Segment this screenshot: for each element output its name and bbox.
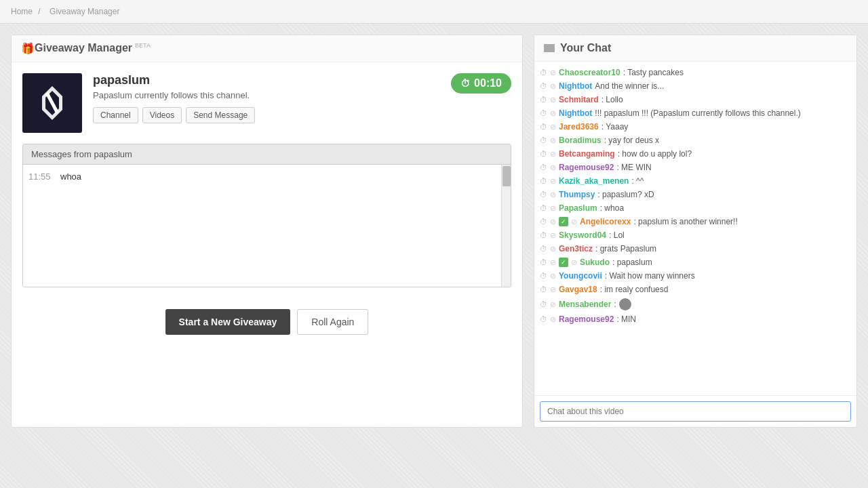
ban-icon: ⊘ [550,123,556,131]
chat-header: Your Chat [534,35,856,62]
chat-username[interactable]: Kazik_aka_menen [559,176,629,186]
ban-icon2: ⊘ [571,218,577,226]
ban-icon: ⊘ [550,82,556,91]
ban-icon: ⊘ [550,245,556,253]
chat-username[interactable]: Jared3636 [559,122,599,131]
ban-icon: ⊘ [550,258,556,267]
scrollbar[interactable] [501,165,511,287]
message-time: 11:55 [28,171,52,182]
chat-row: ⏱⊘Nightbot !!! papaslum !!! (Papaslum cu… [540,106,851,120]
chat-body: ⏱⊘Chaoscreator10: Tasty pancakes⏱⊘Nightb… [534,62,856,395]
chat-username[interactable]: Sukudo [580,258,610,267]
chat-username[interactable]: Papaslum [559,203,597,213]
chat-username[interactable]: Angelicorexx [580,217,631,226]
clock-icon: ⏱ [540,150,547,158]
chat-row: ⏱⊘Boradimus: yay for deus x [540,134,851,147]
chat-username[interactable]: Skysword04 [559,230,606,240]
ban-icon: ⊘ [550,231,556,240]
clock-icon: ⏱ [540,190,547,199]
chat-username[interactable]: Chaoscreator10 [559,68,620,77]
chat-input[interactable] [540,401,851,422]
messages-body[interactable]: 11:55 whoa [23,165,511,287]
chat-username[interactable]: Youngcovii [559,271,602,281]
gift-icon: 🎁 [21,42,35,55]
chat-username[interactable]: Ragemouse92 [559,314,614,324]
ban-icon: ⊘ [550,300,556,309]
chat-message: : papslum is another winner!! [633,217,737,226]
ban-icon: ⊘ [550,150,556,159]
chat-row: ⏱⊘Betcangaming: how do u apply lol? [540,147,851,161]
ban-icon2: ⊘ [571,258,577,267]
chat-row: ⏱⊘Papaslum: whoa [540,201,851,215]
chat-message: : yay for deus x [604,136,659,145]
clock-icon: ⏱ [540,218,547,226]
channel-button[interactable]: Channel [93,107,138,123]
ban-icon: ⊘ [550,109,556,118]
ban-icon: ⊘ [550,96,556,104]
winner-info: papaslum Papaslum currently follows this… [93,73,440,123]
message-text: whoa [60,171,81,182]
chat-message: : im realy confuesd [600,285,669,294]
chat-message: : Tasty pancakes [623,68,684,77]
scroll-thumb[interactable] [502,166,511,186]
clock-icon: ⏱ [540,136,547,144]
videos-button[interactable]: Videos [142,107,182,123]
chat-username[interactable]: Boradimus [559,136,601,145]
flag-icon [544,44,555,52]
chat-title: Your Chat [560,42,611,54]
send-message-button[interactable]: Send Message [186,107,255,123]
chat-message: : Wait how many winners [605,271,695,281]
panel-header: 🎁 Giveaway ManagerBETA [12,35,522,62]
start-giveaway-button[interactable]: Start a New Giveaway [165,309,291,335]
ban-icon: ⊘ [550,190,556,199]
breadcrumb-separator: / [38,7,40,16]
messages-section: Messages from papaslum 11:55 whoa [22,144,511,287]
chat-row: ⏱⊘Skysword04: Lol [540,228,851,242]
timer-value: 00:10 [474,77,502,89]
roll-again-button[interactable]: Roll Again [297,309,368,335]
chat-username[interactable]: Gavgav18 [559,285,597,294]
chat-message: : grats Papaslum [595,244,656,253]
chat-username[interactable]: Nightbot [559,108,592,118]
chat-avatar [619,298,631,310]
clock-icon: ⏱ [540,82,547,90]
timer-badge: ⏱ 00:10 [451,73,511,94]
chat-row: ⏱⊘Jared3636: Yaaay [540,120,851,134]
chat-message: : MIN [616,314,636,324]
panel-title: Giveaway ManagerBETA [35,42,151,54]
chat-username[interactable]: Ragemouse92 [559,163,614,172]
ban-icon: ⊘ [550,68,556,77]
ban-icon: ⊘ [550,218,556,226]
clock-icon: ⏱ [540,285,547,293]
chat-message: : [614,300,616,309]
chat-panel: Your Chat ⏱⊘Chaoscreator10: Tasty pancak… [534,35,857,428]
winner-icon: ✓ [559,258,568,267]
winner-name: papaslum [93,73,440,87]
home-link[interactable]: Home [11,7,33,16]
winner-card: papaslum Papaslum currently follows this… [12,62,522,144]
chat-message: : ^^ [631,176,644,186]
chat-row: ⏱⊘Thumpsy: papaslum? xD [540,188,851,201]
clock-icon: ⏱ [540,231,547,239]
chat-username[interactable]: Gen3ticz [559,244,593,253]
clock-icon: ⏱ [540,68,547,77]
breadcrumb-current: Giveaway Manager [50,7,119,16]
chat-username[interactable]: Mensabender [559,300,611,309]
chat-row: ⏱⊘Gavgav18: im realy confuesd [540,283,851,296]
chat-username[interactable]: Schmitard [559,95,599,104]
chat-row: ⏱⊘Schmitard: Lollo [540,93,851,106]
ban-icon: ⊘ [550,204,556,213]
winner-buttons: Channel Videos Send Message [93,107,440,123]
chat-username[interactable]: Nightbot [559,81,592,91]
chat-username[interactable]: Thumpsy [559,190,595,199]
winner-icon: ✓ [559,217,568,226]
chat-message: And the winner is... [595,81,664,91]
ban-icon: ⊘ [550,177,556,186]
chat-message: : papaslum? xD [597,190,654,199]
clock-icon: ⏱ [540,245,547,253]
clock-icon: ⏱ [540,96,547,104]
chat-row: ⏱⊘Ragemouse92: MIN [540,312,851,326]
clock-icon: ⏱ [540,163,547,171]
clock-icon: ⏱ [540,300,547,308]
chat-username[interactable]: Betcangaming [559,149,615,159]
